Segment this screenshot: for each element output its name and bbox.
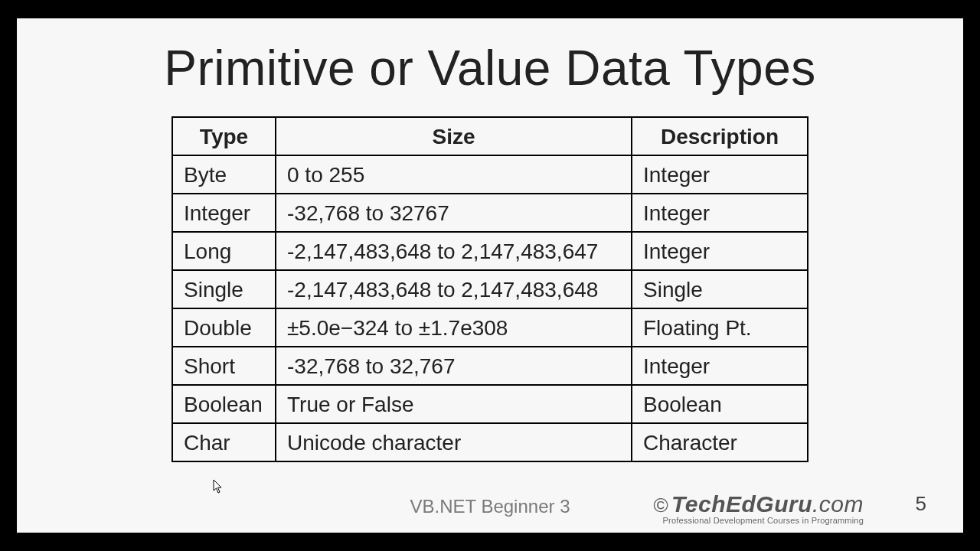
cell-type: Double [172,308,276,347]
footer: VB.NET Beginner 3 ©TechEdGuru.com Profes… [17,482,963,527]
copyright-symbol: © [653,494,668,517]
cell-desc: Integer [632,155,808,194]
table-row: Integer-32,768 to 32767Integer [172,194,808,232]
cell-size: ±5.0e−324 to ±1.7e308 [276,308,632,347]
cell-size: 0 to 255 [276,155,632,194]
slide: Primitive or Value Data Types Type Size … [17,18,963,533]
cell-type: Integer [172,194,276,232]
slide-title: Primitive or Value Data Types [17,40,963,96]
cell-size: -2,147,483,648 to 2,147,483,647 [276,232,632,270]
cell-type: Byte [172,155,276,194]
cell-type: Boolean [172,385,276,423]
cell-type: Char [172,423,276,461]
cell-desc: Floating Pt. [632,308,808,347]
table-header-row: Type Size Description [172,117,808,155]
brand-domain: .com [812,491,864,517]
data-types-table: Type Size Description Byte0 to 255Intege… [172,116,808,462]
cell-desc: Integer [632,232,808,270]
brand-block: ©TechEdGuru.com Professional Development… [653,491,864,525]
cell-type: Short [172,347,276,385]
page-number: 5 [916,492,926,516]
brand-name: TechEdGuru [671,491,812,517]
col-header-size: Size [276,117,632,155]
cell-size: -2,147,483,648 to 2,147,483,648 [276,270,632,308]
cell-desc: Integer [632,347,808,385]
cell-desc: Character [632,423,808,461]
table-row: Single-2,147,483,648 to 2,147,483,648Sin… [172,270,808,308]
table-row: Byte0 to 255Integer [172,155,808,194]
cell-size: True or False [276,385,632,423]
cell-size: Unicode character [276,423,632,461]
table-row: BooleanTrue or FalseBoolean [172,385,808,423]
cell-type: Long [172,232,276,270]
brand-tagline: Professional Development Courses in Prog… [653,516,864,525]
col-header-type: Type [172,117,276,155]
table-row: Short-32,768 to 32,767Integer [172,347,808,385]
cell-desc: Integer [632,194,808,232]
col-header-desc: Description [632,117,808,155]
cell-size: -32,768 to 32,767 [276,347,632,385]
cell-type: Single [172,270,276,308]
table-row: Double±5.0e−324 to ±1.7e308Floating Pt. [172,308,808,347]
table-row: Long-2,147,483,648 to 2,147,483,647Integ… [172,232,808,270]
footer-subtitle: VB.NET Beginner 3 [410,496,570,517]
cell-desc: Boolean [632,385,808,423]
table-row: CharUnicode characterCharacter [172,423,808,461]
cell-desc: Single [632,270,808,308]
cell-size: -32,768 to 32767 [276,194,632,232]
